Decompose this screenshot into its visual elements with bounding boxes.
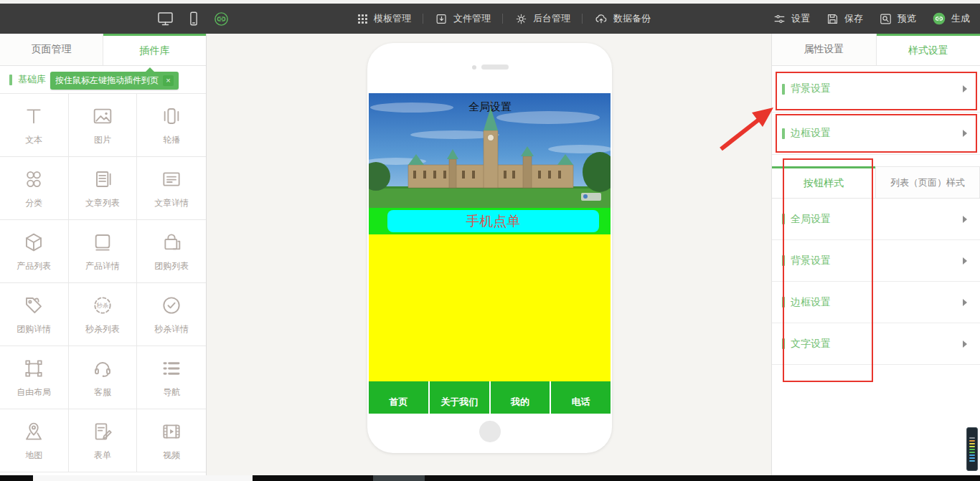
form-icon <box>91 420 114 443</box>
phone-banner-button[interactable]: 手机点单 <box>387 210 599 232</box>
desktop-preview-icon[interactable] <box>156 10 174 27</box>
plugin-label: 秒杀详情 <box>154 323 189 335</box>
right-panel: 属性设置 样式设置 背景设置 边框设置 按钮样式 列表（页面）样式 全局设置 背… <box>771 34 980 475</box>
plugin-item-seckill-list[interactable]: 秒杀秒杀列表 <box>69 283 138 346</box>
content-placeholder-widget[interactable] <box>369 234 611 381</box>
marker-stripe <box>969 454 975 456</box>
tab-style-settings[interactable]: 样式设置 <box>877 34 980 65</box>
scroll-marker-widget[interactable] <box>966 427 978 471</box>
plugin-item-nav[interactable]: 导航 <box>137 346 206 409</box>
row-label: 边框设置 <box>791 127 831 140</box>
link-preview-icon[interactable] <box>213 11 230 27</box>
tab-attribute-label: 属性设置 <box>804 43 844 56</box>
row-background-settings[interactable]: 背景设置 <box>772 66 980 113</box>
app-window: 模板管理 文件管理 后台管理 数据备份 设置 <box>0 0 980 481</box>
svg-text:秒杀: 秒杀 <box>96 302 109 308</box>
tab-button-style[interactable]: 按钮样式 <box>772 166 875 198</box>
tab-button-style-label: 按钮样式 <box>804 177 844 190</box>
preview-button[interactable]: 预览 <box>879 12 916 26</box>
headset-icon <box>91 357 114 380</box>
plugin-item-map[interactable]: 地图 <box>0 409 69 472</box>
row-text-settings[interactable]: 文字设置 <box>772 323 980 365</box>
plugin-item-video[interactable]: 视频 <box>137 409 206 472</box>
settings-button[interactable]: 设置 <box>773 12 810 26</box>
plugin-item-free-layout[interactable]: 自由布局 <box>0 346 69 409</box>
plugin-item-product-detail[interactable]: 产品详情 <box>69 220 138 283</box>
row-border-settings[interactable]: 边框设置 <box>772 113 980 155</box>
row-global-settings[interactable]: 全局设置 <box>772 199 980 240</box>
map-pin-icon <box>22 420 45 443</box>
backend-manage-button[interactable]: 后台管理 <box>514 12 570 26</box>
banner-widget[interactable]: 手机点单 <box>369 208 611 234</box>
preview-label: 预览 <box>897 12 916 25</box>
tab-list-page-style-label: 列表（页面）样式 <box>890 176 965 189</box>
row-button-background-settings[interactable]: 背景设置 <box>772 240 980 282</box>
tab-page-manage-label: 页面管理 <box>32 43 72 56</box>
drag-hint-tooltip: 按住鼠标左键拖动插件到页 × <box>50 72 179 90</box>
plugin-item-article-detail[interactable]: 文章详情 <box>137 157 206 220</box>
nav-item-mine[interactable]: 我的 <box>489 381 550 414</box>
marker-stripe <box>969 449 975 450</box>
tab-plugin-library[interactable]: 插件库 <box>103 34 206 65</box>
chevron-right-icon <box>963 216 967 223</box>
top-toolbar: 模板管理 文件管理 后台管理 数据备份 设置 <box>0 4 980 34</box>
nav-label: 电话 <box>572 396 590 409</box>
mobile-preview-icon[interactable] <box>186 10 202 27</box>
green-bar-icon <box>782 84 785 95</box>
article-detail-icon <box>160 168 183 191</box>
scrollbar-thumb[interactable] <box>33 475 253 481</box>
plugin-item-seckill-detail[interactable]: 秒杀详情 <box>137 283 206 346</box>
marker-stripe <box>969 437 975 439</box>
plugin-item-image[interactable]: 图片 <box>69 94 138 157</box>
file-manage-button[interactable]: 文件管理 <box>435 12 491 26</box>
marker-stripe <box>969 452 975 453</box>
category-icon <box>22 168 45 191</box>
plugin-item-groupbuy-list[interactable]: 团购列表 <box>137 220 206 283</box>
chevron-right-icon <box>963 85 967 92</box>
save-button[interactable]: 保存 <box>826 12 863 26</box>
plugin-item-article-list[interactable]: 文章列表 <box>69 157 138 220</box>
plugin-item-product-list[interactable]: 产品列表 <box>0 220 69 283</box>
article-list-icon <box>91 168 114 191</box>
plugin-label: 团购列表 <box>154 260 189 272</box>
chevron-right-icon <box>963 257 967 265</box>
plugin-item-text[interactable]: 文本 <box>0 94 69 157</box>
plugin-item-carousel[interactable]: 轮播 <box>137 94 206 157</box>
generate-link-icon <box>932 11 946 26</box>
cloud-upload-icon <box>594 12 608 26</box>
marker-stripe <box>969 440 975 442</box>
tooltip-close-icon[interactable]: × <box>163 75 174 86</box>
free-layout-icon <box>22 357 45 380</box>
nav-item-home[interactable]: 首页 <box>369 381 428 414</box>
nav-item-about[interactable]: 关于我们 <box>428 381 489 414</box>
image-icon <box>91 105 114 128</box>
plugin-item-category[interactable]: 分类 <box>0 157 69 220</box>
row-label: 边框设置 <box>791 296 831 309</box>
green-bar-icon <box>782 297 785 308</box>
plugin-item-form[interactable]: 表单 <box>69 409 138 472</box>
tab-page-manage[interactable]: 页面管理 <box>0 34 103 65</box>
nav-item-phone[interactable]: 电话 <box>550 381 611 414</box>
green-bar-icon <box>9 75 12 85</box>
tab-list-page-style[interactable]: 列表（页面）样式 <box>875 166 980 198</box>
plugin-label: 地图 <box>25 449 42 462</box>
tab-attribute-settings[interactable]: 属性设置 <box>772 34 877 65</box>
product-detail-icon <box>91 231 114 254</box>
plugin-label: 轮播 <box>163 134 180 146</box>
marker-stripe <box>969 446 975 447</box>
plugin-label: 图片 <box>94 134 111 146</box>
tooltip-text: 按住鼠标左键拖动插件到页 <box>55 75 159 87</box>
plugin-label: 客服 <box>94 386 111 399</box>
row-button-border-settings[interactable]: 边框设置 <box>772 282 980 323</box>
plugin-grid: 文本 图片 轮播 分类 文章列表 文章详情 产品列表 产品详情 团购列表 团购详… <box>0 93 206 472</box>
marker-stripe <box>969 460 975 462</box>
generate-button[interactable]: 生成 <box>932 11 970 26</box>
plugin-item-service[interactable]: 客服 <box>69 346 138 409</box>
save-label: 保存 <box>844 12 863 25</box>
plugin-item-groupbuy-detail[interactable]: 团购详情 <box>0 283 69 346</box>
row-label: 文字设置 <box>791 338 831 351</box>
data-backup-button[interactable]: 数据备份 <box>594 12 651 26</box>
template-manage-button[interactable]: 模板管理 <box>357 12 411 25</box>
row-label: 背景设置 <box>791 254 831 267</box>
toolbar-divider <box>423 14 423 24</box>
